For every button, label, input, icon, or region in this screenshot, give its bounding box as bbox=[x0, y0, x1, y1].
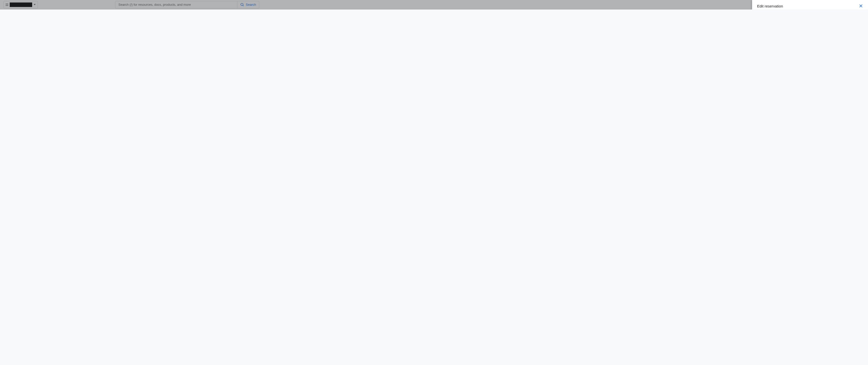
drawer-title: Edit reservation bbox=[757, 4, 783, 8]
modal-scrim[interactable] bbox=[0, 0, 868, 9]
edit-reservation-drawer: Edit reservation ✕ Reservation settings … bbox=[752, 0, 868, 9]
close-button[interactable]: ✕ bbox=[859, 3, 863, 9]
